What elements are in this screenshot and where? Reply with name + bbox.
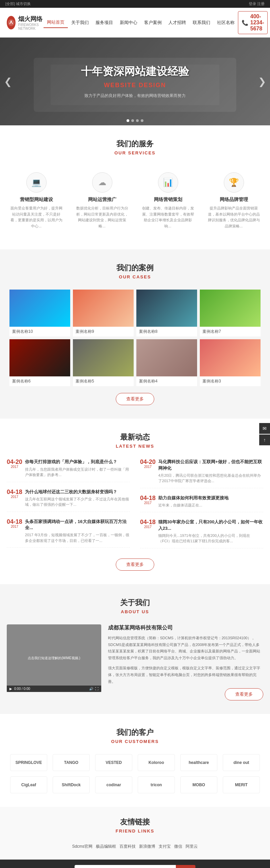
service-item-1: ☁ 网站运营推广 数据优化分析，目标用户行为分析，网站日常更新及内容优化，网站建…: [73, 166, 132, 236]
friend-link-4[interactable]: 支付宝: [159, 844, 171, 849]
hero-dot-1[interactable]: [127, 119, 129, 122]
service-title-2: 网络营销策划: [142, 197, 194, 203]
city-switch[interactable]: [全部] 城市切换: [5, 1, 31, 6]
news-date-2: 04-18 2017 头条百家强调鸡动一点讲，16大自媒体获玩百万方法全... …: [7, 519, 130, 543]
cases-more: 查看更多: [7, 393, 263, 405]
search-input[interactable]: [75, 865, 176, 868]
hero-dot-2[interactable]: [131, 119, 134, 122]
friend-link-6[interactable]: 阿里云: [186, 844, 198, 849]
service-item-2: 📊 网络营销策划 创建、发布、传递目标内容，发展、注重网络数量套牢，有效帮助企业…: [138, 166, 197, 236]
hero-dot-3[interactable]: [136, 119, 139, 122]
cases-more-btn[interactable]: 查看更多: [116, 393, 154, 405]
nav-item-1[interactable]: 关于我们: [68, 18, 92, 28]
news-date-box-0: 04-20 2017: [140, 459, 156, 469]
news-desc-0: 4月20日，腾讯公司联合浙江银控和思想化基金总会在杭州举办了2017中华院广寒宫…: [158, 473, 263, 484]
customer-logo-4: healthcare: [180, 754, 217, 771]
news-title-2[interactable]: 头条百家强调鸡动一点讲，16大自媒体获玩百万方法全...: [25, 519, 130, 531]
case-item-2[interactable]: 案例名称8: [136, 290, 197, 337]
news-col-right-item-0: 04-20 2017 马化腾科技公后应该：互联网+做好，但也不能把互联网神化 4…: [140, 459, 263, 488]
logo: 烟火网络 FIREWORKS NETWORK: [7, 15, 44, 30]
news-desc-2: 2017 年3月份，短视频领域发展了不少了，一百板，一顿倒，很多企业都发现了这个…: [25, 532, 130, 543]
news-day-1: 04-18: [7, 489, 22, 495]
friend-link-3[interactable]: 新浪微博: [139, 844, 155, 849]
case-item-4[interactable]: 案例名称6: [9, 339, 70, 386]
fullscreen-icon[interactable]: ⛶: [95, 687, 99, 691]
news-month-1: 2017: [140, 501, 156, 505]
sidebar-share-btn[interactable]: ✉: [259, 423, 270, 434]
customer-logo-6: CigLeaf: [10, 776, 47, 793]
top-bar-right: 登录 注册: [249, 1, 265, 6]
customers-section: 我们的客户 OUR CUSTOMERS SPRINGLOVETANGOVESTE…: [0, 714, 270, 807]
sidebar-float: ✉ ↑: [259, 423, 270, 445]
service-desc-2: 创建、发布、传递目标内容，发展、注重网络数量套牢，有效帮助企业订单增长及企业品牌…: [142, 205, 194, 229]
news-title-1[interactable]: 为什么地球付还这二三枚的大数据身材变强吗？: [25, 489, 130, 495]
case-item-6[interactable]: 案例名称4: [136, 339, 197, 386]
customer-logo-9: tricon: [138, 776, 175, 793]
nav-item-7[interactable]: 社区名称: [214, 18, 238, 28]
phone-number[interactable]: 400-1234-5678: [250, 14, 264, 32]
case-item-7[interactable]: 案例名称3: [200, 339, 261, 386]
nav-item-0[interactable]: 网站首页: [44, 17, 68, 28]
search-bar: 搜索: [0, 860, 270, 868]
cases-grid: 案例名称10 案例名称9 案例名称8 案例名称7 案例名称6 案例名称5 案例名…: [7, 290, 263, 386]
case-item-5[interactable]: 案例名称5: [73, 339, 134, 386]
nav-item-4[interactable]: 客户案例: [141, 18, 165, 28]
hero-prev-arrow[interactable]: ❮: [4, 76, 12, 87]
news-date-box-1: 04-18 2017: [7, 489, 22, 499]
friend-link-1[interactable]: 极品编辑框: [96, 844, 116, 849]
news-title-0[interactable]: 你每天打排游戏的「用户体验」，到底是什么？: [25, 459, 130, 465]
links-list: Sdcms官网极品编辑框百度科技新浪微博支付宝微信阿里云: [7, 844, 263, 849]
case-img-6: [136, 339, 197, 376]
nav-item-3[interactable]: 新闻中心: [116, 18, 141, 28]
play-icon[interactable]: ▶: [9, 687, 12, 691]
phone-icon: 📞: [242, 20, 248, 26]
news-title-1[interactable]: 助力自媒体如何利用有效资源更接地: [158, 495, 263, 501]
customer-logo-10: MOBO: [180, 776, 217, 793]
news-col-left-item-1: 04-18 2017 为什么地球付还这二三枚的大数据身材变强吗？ 这几年在互联网…: [7, 489, 130, 512]
news-content-0: 马化腾科技公后应该：互联网+做好，但也不能把互联网神化 4月20日，腾讯公司联合…: [158, 459, 263, 483]
cases-subtitle: OUR CASES: [7, 274, 263, 279]
news-content-0: 你每天打排游戏的「用户体验」，到底是什么？ 排几年，当您跟我者用户体验或交互设计…: [25, 459, 130, 477]
sidebar-up-btn[interactable]: ↑: [259, 435, 270, 445]
news-content-1: 助力自媒体如何利用有效资源更接地 近年来，自媒体话题正在...: [158, 495, 263, 508]
case-item-3[interactable]: 案例名称7: [200, 290, 261, 337]
news-desc-2: 猫阔到今天...1971年创立，共有200人的小公司，到现在（FCI）现在已经有…: [158, 533, 263, 544]
news-date-box-1: 04-18 2017: [140, 495, 156, 505]
news-grid: 04-20 2017 你每天打排游戏的「用户体验」，到底是什么？ 排几年，当您跟…: [7, 459, 263, 555]
news-date-1: 04-18 2017 助力自媒体如何利用有效资源更接地 近年来，自媒体话题正在.…: [140, 495, 263, 508]
news-date-0: 04-20 2017 你每天打排游戏的「用户体验」，到底是什么？ 排几年，当您跟…: [7, 459, 130, 477]
nav-item-6[interactable]: 联系我们: [189, 18, 214, 28]
case-img-4: [9, 339, 70, 376]
customer-logo-3: Koloroo: [138, 754, 175, 771]
friend-link-2[interactable]: 百度科技: [119, 844, 136, 849]
about-subtitle: ABOUT US: [7, 609, 263, 614]
case-item-1[interactable]: 案例名称9: [73, 290, 134, 337]
video-controls: ▶ 0:00 / 0:00 🔊 ⛶: [7, 686, 101, 692]
news-more-btn[interactable]: 查看更多: [116, 559, 154, 571]
news-col-left: 04-20 2017 你每天打排游戏的「用户体验」，到底是什么？ 排几年，当您跟…: [7, 459, 130, 555]
news-month-0: 2017: [140, 465, 156, 469]
service-icon-3: 🏆: [224, 172, 244, 193]
about-desc2: 强大页面装修模版，方便快捷的自定义模板，模版自定义文字率、装修范围，通过定义文字…: [108, 665, 263, 685]
news-title-0[interactable]: 马化腾科技公后应该：互联网+做好，但也不能把互联网神化: [158, 459, 263, 471]
news-more: 查看更多: [7, 559, 263, 571]
nav-item-2[interactable]: 服务项目: [92, 18, 116, 28]
customer-logo-11: MERIT: [223, 776, 260, 793]
customer-logo-1: TANGO: [53, 754, 90, 771]
hero-next-arrow[interactable]: ❯: [258, 76, 266, 87]
hero-dot-4[interactable]: [141, 119, 143, 122]
news-title-2[interactable]: 猫阔30年家办公室，只有200人的小公司，如何一年收入23...: [158, 519, 263, 531]
friend-link-0[interactable]: Sdcms官网: [72, 844, 93, 849]
nav-item-5[interactable]: 人才招聘: [165, 18, 189, 28]
case-item-0[interactable]: 案例名称10: [9, 290, 70, 337]
login-link[interactable]: 登录: [249, 2, 256, 6]
about-video: 点击我们知道这理解的(MIME视频.) ▶ 0:00 / 0:00 🔊 ⛶: [7, 624, 101, 692]
logo-sub: FIREWORKS NETWORK: [18, 23, 44, 30]
friend-link-5[interactable]: 微信: [174, 844, 182, 849]
register-link[interactable]: 注册: [257, 2, 265, 6]
about-more-btn[interactable]: 查看更多: [225, 688, 263, 700]
search-button[interactable]: 搜索: [176, 865, 195, 868]
header: 烟火网络 FIREWORKS NETWORK 网站首页关于我们服务项目新闻中心客…: [0, 8, 270, 38]
news-month-1: 2017: [7, 495, 22, 499]
volume-icon[interactable]: 🔊: [89, 687, 93, 691]
